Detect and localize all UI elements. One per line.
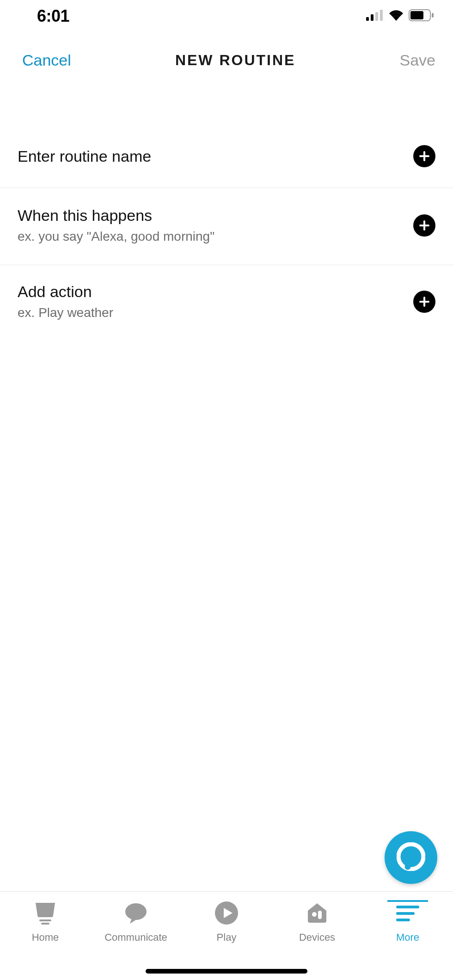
row-subtitle: ex. Play weather <box>18 305 113 320</box>
tab-label: Play <box>217 931 237 943</box>
row-title: Enter routine name <box>18 147 151 165</box>
devices-icon <box>305 900 330 926</box>
when-this-happens-row[interactable]: When this happens ex. you say "Alexa, go… <box>0 188 453 265</box>
plus-icon <box>419 220 430 231</box>
save-button[interactable]: Save <box>399 51 435 69</box>
add-action-row[interactable]: Add action ex. Play weather <box>0 265 453 341</box>
tab-label: Devices <box>299 931 335 943</box>
row-title: When this happens <box>18 207 214 225</box>
tab-label: Home <box>32 931 59 943</box>
plus-icon <box>419 151 430 162</box>
home-icon <box>33 900 58 926</box>
row-subtitle: ex. you say "Alexa, good morning" <box>18 229 214 244</box>
wifi-icon <box>388 10 404 23</box>
svg-point-11 <box>125 903 147 920</box>
tab-devices[interactable]: Devices <box>272 900 362 943</box>
status-bar: 6:01 <box>0 0 453 32</box>
tab-home[interactable]: Home <box>0 900 91 943</box>
cellular-signal-icon <box>366 10 384 23</box>
tab-bar: Home Communicate Play Devices <box>0 891 453 980</box>
svg-rect-10 <box>41 923 49 925</box>
enter-routine-name-row[interactable]: Enter routine name <box>0 134 453 188</box>
svg-rect-9 <box>39 919 51 921</box>
speech-bubble-icon <box>123 900 148 926</box>
tab-play[interactable]: Play <box>181 900 272 943</box>
content: Enter routine name When this happens ex.… <box>0 88 453 341</box>
row-title: Add action <box>18 283 113 301</box>
svg-rect-14 <box>318 911 322 919</box>
tab-more[interactable]: More <box>362 900 453 943</box>
svg-rect-16 <box>396 912 415 915</box>
svg-rect-5 <box>410 11 423 19</box>
status-indicators <box>366 9 435 23</box>
svg-point-13 <box>312 912 317 917</box>
svg-point-7 <box>398 844 423 869</box>
svg-rect-3 <box>380 10 383 21</box>
battery-icon <box>409 9 435 23</box>
alexa-icon <box>397 842 425 873</box>
active-tab-indicator <box>387 900 428 902</box>
page-title: NEW ROUTINE <box>175 52 296 69</box>
play-icon <box>214 900 239 926</box>
add-trigger-button[interactable] <box>413 214 435 237</box>
nav-bar: Cancel NEW ROUTINE Save <box>0 32 453 88</box>
tab-communicate[interactable]: Communicate <box>91 900 181 943</box>
svg-rect-17 <box>396 919 410 921</box>
add-action-button[interactable] <box>413 291 435 313</box>
plus-icon <box>419 296 430 307</box>
svg-rect-1 <box>371 14 373 21</box>
alexa-voice-button[interactable] <box>385 831 437 884</box>
tab-label: Communicate <box>104 931 167 943</box>
svg-rect-2 <box>375 12 378 21</box>
status-time: 6:01 <box>37 6 69 26</box>
cancel-button[interactable]: Cancel <box>22 51 71 69</box>
svg-point-8 <box>405 864 411 870</box>
home-indicator[interactable] <box>146 969 307 974</box>
hamburger-icon <box>394 900 421 926</box>
svg-rect-0 <box>366 17 369 21</box>
tab-label: More <box>396 931 419 943</box>
add-name-button[interactable] <box>413 145 435 167</box>
svg-rect-6 <box>432 13 434 18</box>
svg-rect-15 <box>396 906 419 908</box>
